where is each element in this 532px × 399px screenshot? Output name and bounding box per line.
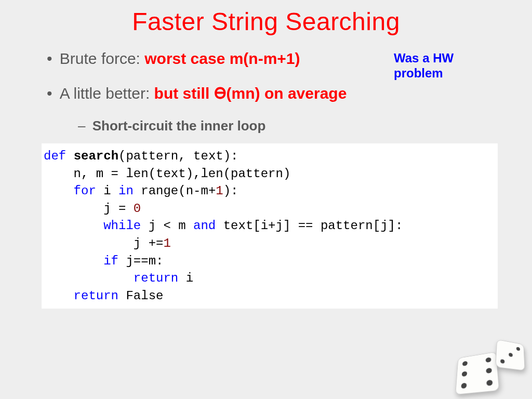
die-icon: [455, 352, 499, 395]
slide: Faster String Searching Was a HW problem…: [0, 0, 532, 399]
code-l9b: False: [118, 289, 163, 303]
code-l8b: i: [178, 271, 193, 285]
code-l8a: [44, 271, 134, 285]
code-block: def search(pattern, text): n, m = len(te…: [42, 143, 498, 309]
code-l3a: [44, 184, 74, 198]
code-l7a: [44, 254, 103, 268]
hw-annotation: Was a HW problem: [394, 51, 454, 81]
code-l3d: ):: [223, 184, 238, 198]
num-1: 1: [216, 184, 223, 198]
kw-if: if: [103, 254, 118, 268]
bullet1-lead: Brute force:: [60, 50, 144, 67]
subbullet-short-circuit: Short-circuit the inner loop: [78, 118, 501, 134]
kw-def: def: [44, 149, 66, 163]
kw-return2: return: [74, 289, 118, 303]
code-l3c: range(n-m+: [134, 184, 216, 198]
bullet2-lead: A little better:: [60, 85, 154, 102]
bullet-little-better: A little better: but still Ө(mn) on aver…: [47, 83, 501, 103]
kw-in: in: [118, 184, 134, 198]
code-l5a: [44, 219, 103, 233]
bullet1-emph: worst case m(n-m+1): [144, 50, 300, 67]
kw-return1: return: [134, 271, 178, 285]
code-l5b: j < m: [141, 219, 193, 233]
die-icon: [495, 339, 525, 371]
code-l7b: j==m:: [118, 254, 163, 268]
kw-for: for: [74, 184, 96, 198]
slide-title: Faster String Searching: [0, 0, 532, 36]
fn-name: search: [74, 149, 118, 163]
code-l5c: text[i+j] == pattern[j]:: [216, 219, 403, 233]
code-l2: n, m = len(text),len(pattern): [44, 167, 290, 181]
kw-and: and: [193, 219, 216, 233]
sig-rest: (pattern, text):: [118, 149, 238, 163]
code-l9a: [44, 289, 74, 303]
kw-while: while: [103, 219, 141, 233]
bullet2-emph: but still Ө(mn) on average: [154, 85, 347, 102]
dice-decoration: [451, 323, 529, 396]
code-l3b: i: [96, 184, 118, 198]
num-0: 0: [134, 202, 141, 216]
code-l6a: j +=: [44, 236, 163, 250]
num-1b: 1: [163, 236, 170, 250]
code-l4a: j =: [44, 202, 134, 216]
hw-annotation-text: Was a HW problem: [394, 51, 454, 80]
